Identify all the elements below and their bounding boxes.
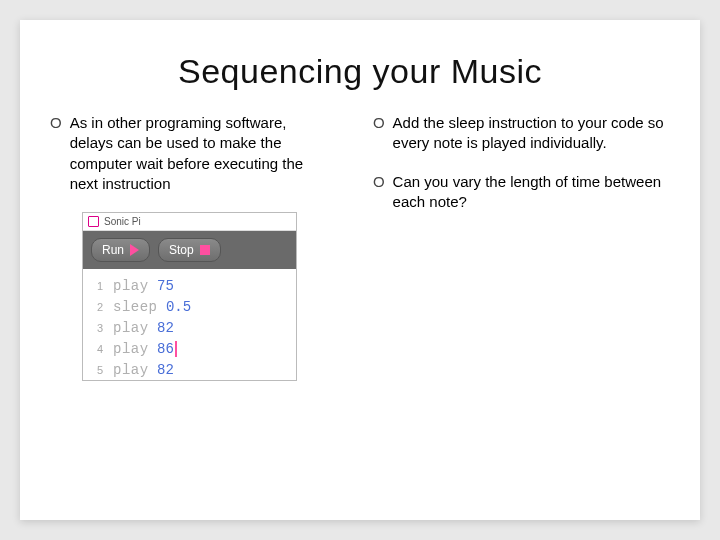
line-number: 3 bbox=[83, 322, 113, 334]
bullet-item: O Can you vary the length of time betwee… bbox=[373, 172, 670, 213]
code-keyword: play bbox=[113, 341, 149, 357]
bullet-text: Can you vary the length of time between … bbox=[393, 172, 670, 213]
left-column: O As in other programing software, delay… bbox=[50, 113, 333, 381]
code-line: 1 play 75 bbox=[83, 275, 296, 296]
stop-button[interactable]: Stop bbox=[158, 238, 221, 262]
cursor-icon bbox=[175, 341, 177, 357]
code-value: 82 bbox=[157, 362, 174, 378]
code-value: 75 bbox=[157, 278, 174, 294]
sonic-pi-screenshot: Sonic Pi Run Stop 1 play bbox=[82, 212, 297, 381]
code-editor[interactable]: 1 play 75 2 sleep 0.5 3 play bbox=[83, 269, 296, 380]
bullet-marker-icon: O bbox=[50, 114, 62, 131]
code-value: 82 bbox=[157, 320, 174, 336]
code-line: 4 play 86 bbox=[83, 338, 296, 359]
code-keyword: play bbox=[113, 278, 149, 294]
code-value: 0.5 bbox=[166, 299, 191, 315]
slide-title: Sequencing your Music bbox=[50, 52, 670, 91]
code-keyword: play bbox=[113, 320, 149, 336]
bullet-marker-icon: O bbox=[373, 114, 385, 131]
right-column: O Add the sleep instruction to your code… bbox=[373, 113, 670, 381]
run-label: Run bbox=[102, 243, 124, 257]
code-keyword: sleep bbox=[113, 299, 158, 315]
slide: Sequencing your Music O As in other prog… bbox=[20, 20, 700, 520]
app-titlebar: Sonic Pi bbox=[83, 213, 296, 231]
app-toolbar: Run Stop bbox=[83, 231, 296, 269]
app-icon bbox=[88, 216, 99, 227]
bullet-text: Add the sleep instruction to your code s… bbox=[393, 113, 670, 154]
app-title: Sonic Pi bbox=[104, 216, 141, 227]
columns: O As in other programing software, delay… bbox=[50, 113, 670, 381]
stop-label: Stop bbox=[169, 243, 194, 257]
bullet-item: O Add the sleep instruction to your code… bbox=[373, 113, 670, 154]
bullet-item: O As in other programing software, delay… bbox=[50, 113, 333, 194]
line-number: 1 bbox=[83, 280, 113, 292]
bullet-text: As in other programing software, delays … bbox=[70, 113, 333, 194]
line-number: 2 bbox=[83, 301, 113, 313]
code-line: 5 play 82 bbox=[83, 359, 296, 380]
bullet-marker-icon: O bbox=[373, 173, 385, 190]
line-number: 4 bbox=[83, 343, 113, 355]
code-value: 86 bbox=[157, 341, 174, 357]
run-button[interactable]: Run bbox=[91, 238, 150, 262]
code-line: 2 sleep 0.5 bbox=[83, 296, 296, 317]
code-keyword: play bbox=[113, 362, 149, 378]
code-line: 3 play 82 bbox=[83, 317, 296, 338]
line-number: 5 bbox=[83, 364, 113, 376]
stop-icon bbox=[200, 245, 210, 255]
play-icon bbox=[130, 244, 139, 256]
